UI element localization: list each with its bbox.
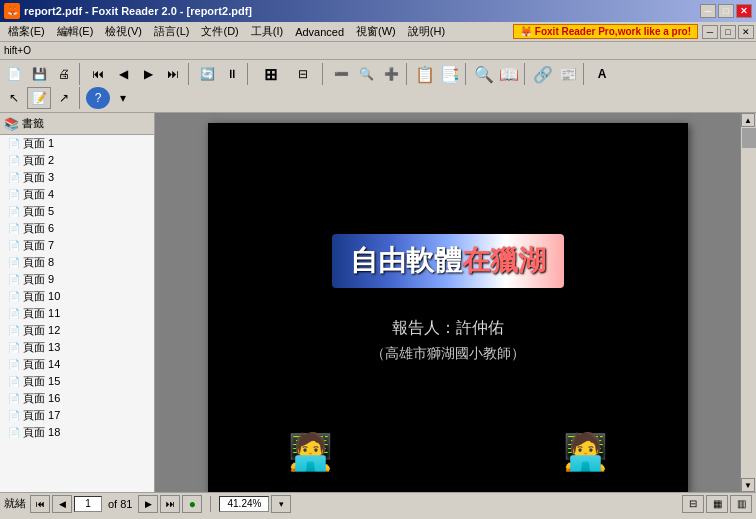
pdf-viewer[interactable]: 自由軟體在獵湖 報告人：許仲佑 （高雄市獅湖國小教師） 🧑‍💻 🧑‍💻 xyxy=(155,113,740,492)
help-tool-button[interactable]: ? xyxy=(86,87,110,109)
status-play-button[interactable]: ● xyxy=(182,495,202,513)
menu-tools[interactable]: 工具(I) xyxy=(245,22,289,41)
separator-3 xyxy=(247,63,251,85)
vertical-scrollbar[interactable]: ▲ ▼ xyxy=(740,113,756,492)
scroll-thumb[interactable] xyxy=(742,128,756,148)
page-tool-1[interactable]: 📋 xyxy=(413,63,437,85)
page-icon: 📄 xyxy=(8,325,20,336)
sidebar-item[interactable]: 📄頁面 13 xyxy=(0,339,154,356)
sidebar-item[interactable]: 📄頁面 7 xyxy=(0,237,154,254)
sidebar-item[interactable]: 📄頁面 18 xyxy=(0,424,154,441)
arrow-tool-button[interactable]: ↗ xyxy=(52,87,76,109)
sidebar-item[interactable]: 📄頁面 10 xyxy=(0,288,154,305)
page-number-input[interactable] xyxy=(74,496,102,512)
toolbar-row-2: ↖ 📝 ↗ ? ▾ xyxy=(2,86,754,110)
status-icon-1[interactable]: ⊟ xyxy=(682,495,704,513)
zoom-input[interactable] xyxy=(219,496,269,512)
sidebar-item[interactable]: 📄頁面 9 xyxy=(0,271,154,288)
sidebar-item[interactable]: 📄頁面 4 xyxy=(0,186,154,203)
select-tool-button[interactable]: ↖ xyxy=(2,87,26,109)
status-icon-3[interactable]: ▥ xyxy=(730,495,752,513)
status-first-button[interactable]: ⏮ xyxy=(30,495,50,513)
zoom-in-btn2[interactable]: ➕ xyxy=(379,63,403,85)
pdf-title-box: 自由軟體在獵湖 xyxy=(332,234,564,288)
sidebar-item[interactable]: 📄頁面 12 xyxy=(0,322,154,339)
share-button[interactable]: 🔗 xyxy=(531,63,555,85)
status-next-button[interactable]: ▶ xyxy=(138,495,158,513)
refresh-button[interactable]: 🔄 xyxy=(195,63,219,85)
menu-view[interactable]: 檢視(V) xyxy=(99,22,148,41)
separator-6 xyxy=(465,63,469,85)
scroll-up-button[interactable]: ▲ xyxy=(741,113,755,127)
pro-banner-text: Foxit Reader Pro,work like a pro! xyxy=(535,26,691,37)
play-button[interactable]: ▶ xyxy=(136,63,160,85)
menu-edit[interactable]: 編輯(E) xyxy=(51,22,100,41)
status-icon-2[interactable]: ▦ xyxy=(706,495,728,513)
sidebar-item[interactable]: 📄頁面 2 xyxy=(0,152,154,169)
page-icon: 📄 xyxy=(8,376,20,387)
print-button[interactable]: 🖨 xyxy=(52,63,76,85)
view-btn-2[interactable]: ⊟ xyxy=(287,63,319,85)
inner-minimize-button[interactable]: ─ xyxy=(702,25,718,39)
inner-close-button[interactable]: ✕ xyxy=(738,25,754,39)
sidebar[interactable]: 📚 書籤 📄頁面 1📄頁面 2📄頁面 3📄頁面 4📄頁面 5📄頁面 6📄頁面 7… xyxy=(0,113,155,492)
toolbar-row-1: 📄 💾 🖨 ⏮ ◀ ▶ ⏭ 🔄 ⏸ ⊞ ⊟ ➖ 🔍 ➕ 📋 📑 🔍 📖 🔗 📰 xyxy=(2,62,754,86)
menu-help[interactable]: 說明(H) xyxy=(402,22,451,41)
page-icon: 📄 xyxy=(8,410,20,421)
close-button[interactable]: ✕ xyxy=(736,4,752,18)
search-button[interactable]: 🔍 xyxy=(472,63,496,85)
status-last-button[interactable]: ⏭ xyxy=(160,495,180,513)
prev-page-button[interactable]: ◀ xyxy=(111,63,135,85)
page-tool-2[interactable]: 📑 xyxy=(438,63,462,85)
page-icon: 📄 xyxy=(8,342,20,353)
sidebar-item[interactable]: 📄頁面 16 xyxy=(0,390,154,407)
title-bar: 🦊 report2.pdf - Foxit Reader 2.0 - [repo… xyxy=(0,0,756,22)
zoom-in-button[interactable]: ⊞ xyxy=(254,63,286,85)
menu-document[interactable]: 文件(D) xyxy=(195,22,244,41)
sidebar-item[interactable]: 📄頁面 17 xyxy=(0,407,154,424)
dropdown-button[interactable]: ▾ xyxy=(111,87,135,109)
status-text: 就緒 xyxy=(4,496,26,511)
menu-language[interactable]: 語言(L) xyxy=(148,22,195,41)
bookmark-icon: 📚 xyxy=(4,117,19,131)
annotation-btn[interactable]: 📝 xyxy=(27,87,51,109)
scroll-down-button[interactable]: ▼ xyxy=(741,478,755,492)
toolbar-area: 📄 💾 🖨 ⏮ ◀ ▶ ⏭ 🔄 ⏸ ⊞ ⊟ ➖ 🔍 ➕ 📋 📑 🔍 📖 🔗 📰 xyxy=(0,60,756,113)
sidebar-item[interactable]: 📄頁面 15 xyxy=(0,373,154,390)
page-icon: 📄 xyxy=(8,274,20,285)
menu-advanced[interactable]: Advanced xyxy=(289,24,350,40)
menu-window[interactable]: 視窗(W) xyxy=(350,22,402,41)
stop-button[interactable]: ⏸ xyxy=(220,63,244,85)
text-button[interactable]: A xyxy=(590,63,614,85)
page-icon: 📄 xyxy=(8,189,20,200)
menu-bar: 檔案(E) 編輯(E) 檢視(V) 語言(L) 文件(D) 工具(I) Adva… xyxy=(0,22,756,42)
maximize-button[interactable]: □ xyxy=(718,4,734,18)
page-icon: 📄 xyxy=(8,223,20,234)
status-prev-button[interactable]: ◀ xyxy=(52,495,72,513)
page-icon: 📄 xyxy=(8,393,20,404)
inner-maximize-button[interactable]: □ xyxy=(720,25,736,39)
menu-file[interactable]: 檔案(E) xyxy=(2,22,51,41)
pro-banner[interactable]: 🦊 Foxit Reader Pro,work like a pro! xyxy=(513,24,698,39)
minimize-button[interactable]: ─ xyxy=(700,4,716,18)
zoom-out-btn[interactable]: ➖ xyxy=(329,63,353,85)
sidebar-item[interactable]: 📄頁面 1 xyxy=(0,135,154,152)
last-page-button[interactable]: ⏭ xyxy=(161,63,185,85)
separator-status xyxy=(210,496,211,512)
sidebar-item[interactable]: 📄頁面 8 xyxy=(0,254,154,271)
sidebar-item[interactable]: 📄頁面 6 xyxy=(0,220,154,237)
sidebar-item[interactable]: 📄頁面 5 xyxy=(0,203,154,220)
new-button[interactable]: 📄 xyxy=(2,63,26,85)
sidebar-item[interactable]: 📄頁面 3 xyxy=(0,169,154,186)
page-icon: 📄 xyxy=(8,291,20,302)
page-icon: 📄 xyxy=(8,172,20,183)
tool-btn-2[interactable]: 📰 xyxy=(556,63,580,85)
sidebar-item[interactable]: 📄頁面 14 xyxy=(0,356,154,373)
pdf-title-suffix: 在獵湖 xyxy=(462,245,546,276)
sidebar-item[interactable]: 📄頁面 11 xyxy=(0,305,154,322)
first-page-button[interactable]: ⏮ xyxy=(86,63,110,85)
search-btn-2[interactable]: 📖 xyxy=(497,63,521,85)
zoom-reset-btn[interactable]: 🔍 xyxy=(354,63,378,85)
save-button[interactable]: 💾 xyxy=(27,63,51,85)
zoom-dropdown-button[interactable]: ▾ xyxy=(271,495,291,513)
